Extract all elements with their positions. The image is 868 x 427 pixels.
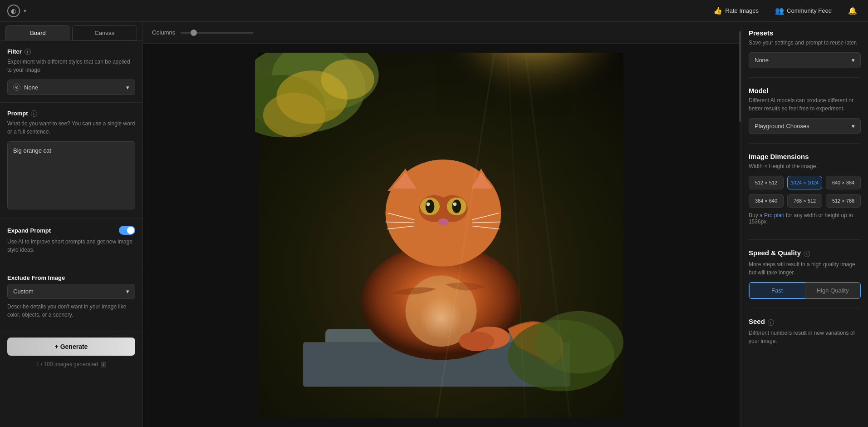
- seed-section: Seed i Different numbers result in new v…: [749, 318, 861, 360]
- svg-point-35: [535, 311, 623, 373]
- filter-no-icon: ⊘: [13, 84, 20, 91]
- dimensions-grid-row1: 512 × 512 1024 × 1024 640 × 384: [749, 176, 861, 189]
- speed-quality-info-icon[interactable]: i: [804, 251, 810, 257]
- dimensions-section: Image Dimensions Width × Height of the i…: [749, 153, 861, 240]
- tab-bar: Board Canvas: [0, 22, 142, 41]
- dimensions-title: Image Dimensions: [749, 153, 861, 160]
- columns-label: Columns: [152, 29, 175, 36]
- image-counter: 1 / 100 images generated ℹ: [0, 361, 142, 371]
- high-quality-button[interactable]: High Quality: [805, 283, 861, 298]
- tab-canvas[interactable]: Canvas: [72, 25, 137, 40]
- nav-right: 👍 Rate Images 👥 Community Feed 🔔: [710, 5, 861, 17]
- main-layout: Board Canvas Filter i Experiment with di…: [0, 22, 868, 427]
- dimensions-grid-row2: 384 × 640 768 × 512 512 × 768: [749, 194, 861, 208]
- svg-point-19: [427, 202, 430, 206]
- filter-label: Filter i: [7, 48, 135, 55]
- info-badge-icon: ℹ: [101, 362, 106, 367]
- generate-button[interactable]: + Generate: [7, 338, 135, 356]
- exclude-section: Exclude From Image Custom ▾ Describe det…: [0, 267, 142, 332]
- prompt-input[interactable]: [7, 141, 135, 209]
- exclude-select[interactable]: Custom ▾: [7, 284, 135, 299]
- columns-slider[interactable]: [181, 32, 253, 34]
- filter-select[interactable]: ⊘ None ▾: [7, 79, 135, 95]
- dim-768x512[interactable]: 768 × 512: [787, 194, 822, 208]
- top-navigation: ◐ ▾ 👍 Rate Images 👥 Community Feed 🔔: [0, 0, 868, 22]
- right-panel: Presets Save your settings and prompt to…: [741, 22, 868, 427]
- model-select[interactable]: Playground Chooses ▾: [749, 118, 861, 134]
- pro-plan-link[interactable]: Pro plan: [764, 212, 785, 218]
- center-canvas: Columns: [143, 22, 739, 427]
- users-icon: 👥: [775, 6, 784, 15]
- filter-section: Filter i Experiment with different style…: [0, 41, 142, 103]
- rate-images-button[interactable]: 👍 Rate Images: [710, 5, 762, 17]
- dimensions-description: Width × Height of the image.: [749, 162, 861, 170]
- dim-384x640[interactable]: 384 × 640: [749, 194, 784, 208]
- thumbs-up-icon: 👍: [713, 6, 722, 15]
- seed-title: Seed: [749, 318, 765, 325]
- expand-prompt-description: Use AI to improve short prompts and get …: [7, 238, 135, 254]
- canvas-image-area: [143, 44, 739, 427]
- prompt-section: Prompt i What do you want to see? You ca…: [0, 103, 142, 218]
- exclude-description: Describe details you don't want in your …: [7, 303, 135, 319]
- expand-prompt-toggle-row: Expand Prompt: [7, 226, 135, 235]
- model-chevron-icon: ▾: [852, 123, 855, 129]
- nav-chevron-icon[interactable]: ▾: [24, 8, 26, 14]
- exclude-chevron-icon: ▾: [126, 288, 129, 295]
- model-title: Model: [749, 87, 861, 94]
- speed-quality-title: Speed & Quality: [749, 249, 801, 257]
- tab-board[interactable]: Board: [5, 25, 70, 40]
- logo-icon[interactable]: ◐: [7, 5, 20, 17]
- expand-prompt-label: Expand Prompt: [7, 227, 51, 234]
- model-description: Different AI models can produce differen…: [749, 96, 861, 113]
- svg-point-6: [321, 60, 374, 99]
- canvas-toolbar: Columns: [143, 22, 739, 44]
- left-panel: Board Canvas Filter i Experiment with di…: [0, 22, 143, 427]
- speed-quality-toggle: Fast High Quality: [749, 282, 861, 299]
- dim-512x512[interactable]: 512 × 512: [749, 176, 784, 189]
- exclude-label: Exclude From Image: [7, 274, 135, 281]
- speed-quality-description: More steps will result in a high quality…: [749, 260, 861, 277]
- dim-512x768[interactable]: 512 × 768: [826, 194, 861, 208]
- presets-description: Save your settings and prompt to reuse l…: [749, 39, 861, 47]
- svg-point-20: [453, 202, 456, 206]
- presets-chevron-icon: ▾: [852, 57, 855, 64]
- svg-point-17: [426, 200, 435, 213]
- svg-point-21: [438, 218, 449, 226]
- fast-button[interactable]: Fast: [749, 283, 805, 298]
- presets-section: Presets Save your settings and prompt to…: [749, 29, 861, 78]
- expand-prompt-toggle[interactable]: [119, 226, 135, 235]
- presets-title: Presets: [749, 29, 861, 37]
- presets-select[interactable]: None ▾: [749, 52, 861, 68]
- seed-description: Different numbers result in new variatio…: [749, 329, 861, 345]
- dim-1024x1024[interactable]: 1024 × 1024: [787, 176, 822, 189]
- model-section: Model Different AI models can produce di…: [749, 87, 861, 144]
- svg-point-7: [263, 93, 325, 137]
- prompt-description: What do you want to see? You can use a s…: [7, 119, 135, 136]
- seed-info-icon[interactable]: i: [768, 319, 774, 326]
- pro-note: Buy a Pro plan for any width or height u…: [749, 212, 861, 225]
- notifications-button[interactable]: 🔔: [844, 5, 861, 17]
- bell-icon: 🔔: [848, 6, 857, 15]
- svg-point-18: [452, 200, 461, 213]
- nav-left: ◐ ▾: [7, 5, 26, 17]
- filter-chevron-icon: ▾: [126, 84, 129, 91]
- filter-description: Experiment with different styles that ca…: [7, 58, 135, 74]
- filter-info-icon[interactable]: i: [25, 49, 31, 55]
- svg-point-33: [459, 332, 494, 351]
- speed-quality-section: Speed & Quality i More steps will result…: [749, 249, 861, 308]
- cat-image-svg: [255, 53, 627, 418]
- community-feed-button[interactable]: 👥 Community Feed: [771, 5, 835, 17]
- prompt-info-icon[interactable]: i: [31, 110, 37, 117]
- generated-image[interactable]: [255, 53, 627, 418]
- expand-prompt-section: Expand Prompt Use AI to improve short pr…: [0, 218, 142, 267]
- dim-640x384[interactable]: 640 × 384: [826, 176, 861, 189]
- prompt-label: Prompt i: [7, 110, 135, 117]
